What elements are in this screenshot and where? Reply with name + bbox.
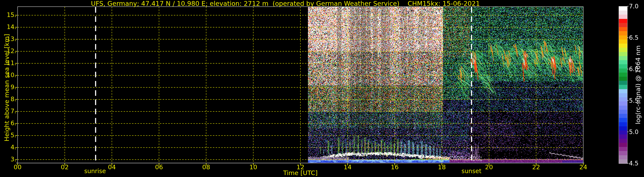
y-tick-label: 11. bbox=[0, 60, 16, 66]
colorbar-tick-label: 4.5 bbox=[629, 160, 639, 166]
colorbar-tick-label: 6.5 bbox=[629, 35, 639, 41]
x-tick-label: 02 bbox=[55, 164, 74, 170]
y-tick-label: 5. bbox=[0, 132, 16, 138]
figure-title: UFS, Germany; 47.417 N / 10.980 E; eleva… bbox=[91, 1, 480, 7]
x-tick-label: 06 bbox=[149, 164, 169, 170]
y-tick-label: 15. bbox=[0, 12, 16, 18]
colorbar bbox=[619, 6, 628, 164]
y-tick-label: 9. bbox=[0, 84, 16, 90]
x-tick-label: 08 bbox=[196, 164, 216, 170]
x-tick-label: 14 bbox=[338, 164, 357, 170]
y-tick-label: 13. bbox=[0, 36, 16, 42]
x-tick-label: 10 bbox=[244, 164, 263, 170]
colorbar-tick-label: 7.0 bbox=[629, 4, 639, 10]
x-tick-label: 04 bbox=[102, 164, 122, 170]
x-tick-label: 00 bbox=[8, 164, 27, 170]
x-tick-label: 24 bbox=[574, 164, 593, 170]
x-tick-label: 16 bbox=[385, 164, 404, 170]
x-tick-label: 18 bbox=[432, 164, 452, 170]
y-tick-label: 7. bbox=[0, 108, 16, 114]
colorbar-label: log(rc-signal) @ 1064 nm bbox=[634, 45, 642, 124]
colorbar-tick-label: 5.0 bbox=[629, 129, 639, 135]
y-tick-label: 12. bbox=[0, 48, 16, 54]
y-tick-label: 4. bbox=[0, 144, 16, 150]
y-tick-label: 10. bbox=[0, 72, 16, 78]
x-tick-label: 22 bbox=[526, 164, 546, 170]
x-tick-label: 12 bbox=[291, 164, 310, 170]
y-tick-label: 14. bbox=[0, 24, 16, 30]
ceilometer-quicklook-figure: UFS, Germany; 47.417 N / 10.980 E; eleva… bbox=[0, 0, 644, 177]
sunset-label: sunset bbox=[462, 168, 482, 174]
y-tick-label: 8. bbox=[0, 96, 16, 102]
x-tick-label: 20 bbox=[480, 164, 499, 170]
y-tick-label: 6. bbox=[0, 120, 16, 126]
x-axis-label: Time [UTC] bbox=[283, 170, 318, 176]
y-tick-label: 3. bbox=[0, 156, 16, 162]
backscatter-heatmap-canvas bbox=[0, 0, 644, 177]
